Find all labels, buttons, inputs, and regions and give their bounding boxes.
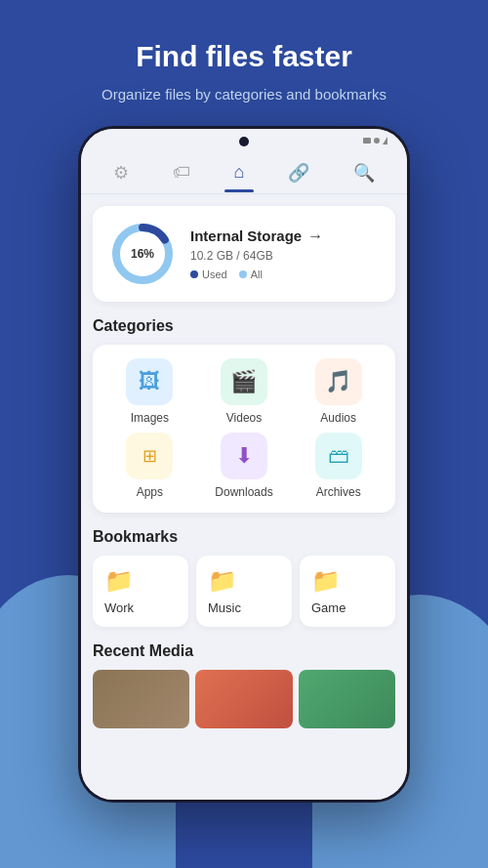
phone-content: 16% Internal Storage → 10.2 GB / 64GB Us… [81,194,407,800]
category-images[interactable]: 🖼 Images [106,358,193,425]
recent-thumb-3[interactable] [299,670,395,728]
category-audios[interactable]: 🎵 Audios [295,358,382,425]
storage-percent-label: 16% [131,247,154,261]
legend-all: All [239,269,263,280]
storage-arrow-icon: → [307,227,323,245]
audios-icon: 🎵 [315,358,362,405]
header-section: Find files faster Organize files by cate… [0,0,488,126]
bookmark-music-label: Music [208,600,241,615]
bookmark-music[interactable]: 📁 Music [196,556,292,627]
bookmark-music-icon: 📁 [208,567,237,595]
category-videos[interactable]: 🎬 Videos [201,358,288,425]
storage-donut: 16% [108,220,177,288]
phone-inner: ⚙ 🏷 ⌂ 🔗 🔍 [81,129,407,800]
category-apps[interactable]: ⊞ Apps [106,433,193,499]
images-label: Images [131,411,169,425]
home-icon: ⌂ [234,162,245,183]
storage-info: Internal Storage → 10.2 GB / 64GB Used [190,227,380,280]
tag-icon: 🏷 [173,162,190,183]
nav-tab-link[interactable]: 🔗 [276,158,321,189]
storage-title-row: Internal Storage → [190,227,380,245]
storage-title: Internal Storage [190,227,302,244]
background: Find files faster Organize files by cate… [0,0,488,868]
battery-icon [383,137,387,145]
status-icons [363,137,387,145]
bookmark-game-icon: 📁 [311,567,341,595]
storage-legend: Used All [190,269,380,280]
legend-used: Used [190,269,227,280]
bookmarks-section-title: Bookmarks [93,528,395,546]
signal-icon [363,138,371,144]
legend-all-label: All [251,269,263,280]
nav-tabs: ⚙ 🏷 ⌂ 🔗 🔍 [81,150,407,194]
bookmark-game-label: Game [311,600,346,615]
bookmark-work[interactable]: 📁 Work [93,556,188,627]
apps-icon: ⊞ [126,433,173,479]
bookmark-game[interactable]: 📁 Game [300,556,395,627]
bookmark-work-label: Work [104,600,134,615]
recent-media-grid [93,670,395,728]
link-icon: 🔗 [288,162,309,184]
categories-card: 🖼 Images 🎬 Videos 🎵 Audios ⊞ [93,345,395,513]
archives-icon: 🗃 [315,433,362,479]
videos-label: Videos [226,411,262,425]
bookmarks-section: Bookmarks 📁 Work 📁 Music 📁 Game [93,528,395,627]
recent-media-title: Recent Media [93,642,395,660]
storage-size: 10.2 GB / 64GB [190,249,380,263]
audios-label: Audios [320,411,356,425]
nav-tab-tag[interactable]: 🏷 [161,158,202,188]
downloads-icon: ⬇ [221,433,267,479]
bookmark-work-icon: 📁 [104,567,134,595]
archives-label: Archives [316,485,361,499]
legend-dot-used [190,270,198,278]
nav-tab-search[interactable]: 🔍 [342,158,386,189]
legend-used-label: Used [202,269,227,280]
recent-media-section: Recent Media [93,642,395,728]
page-title: Find files faster [29,39,459,74]
storage-card[interactable]: 16% Internal Storage → 10.2 GB / 64GB Us… [93,206,395,302]
status-bar [81,129,407,150]
apps-label: Apps [137,485,163,499]
nav-tab-settings[interactable]: ⚙ [102,158,141,189]
categories-grid: 🖼 Images 🎬 Videos 🎵 Audios ⊞ [106,358,382,499]
camera-dot [239,137,249,146]
page-subtitle: Organize files by categories and bookmar… [29,84,459,106]
categories-section-title: Categories [93,317,395,335]
bookmarks-grid: 📁 Work 📁 Music 📁 Game [93,556,395,627]
phone-mockup: ⚙ 🏷 ⌂ 🔗 🔍 [78,126,410,803]
wifi-icon [374,138,380,144]
images-icon: 🖼 [126,358,173,405]
recent-thumb-2[interactable] [195,670,292,728]
recent-thumb-1[interactable] [93,670,189,728]
videos-icon: 🎬 [221,358,267,405]
category-archives[interactable]: 🗃 Archives [295,433,382,499]
downloads-label: Downloads [215,485,272,499]
nav-tab-home[interactable]: ⌂ [223,158,257,188]
category-downloads[interactable]: ⬇ Downloads [201,433,288,499]
legend-dot-all [239,270,247,278]
search-icon: 🔍 [353,162,375,184]
settings-icon: ⚙ [113,162,129,184]
